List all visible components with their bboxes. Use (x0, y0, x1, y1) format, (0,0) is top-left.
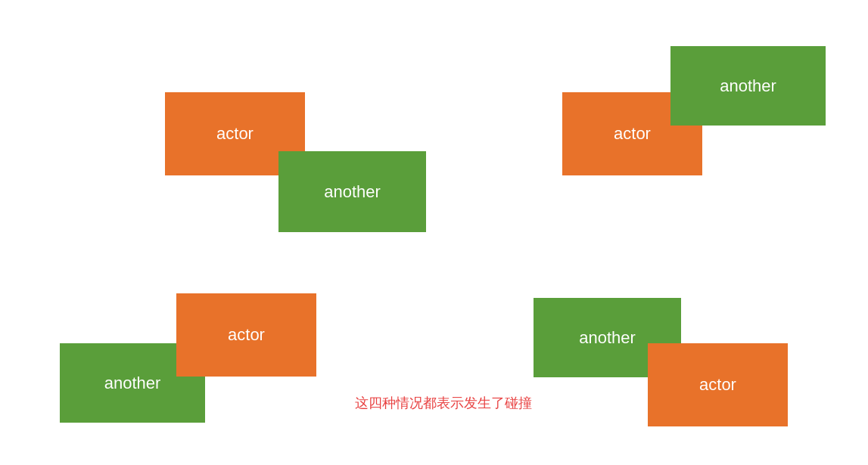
top-left-another-box: another (278, 151, 426, 232)
bottom-left-actor-label: actor (228, 325, 265, 345)
top-left-actor-label: actor (216, 124, 254, 144)
top-right-another-box: another (670, 46, 826, 126)
caption-label: 这四种情况都表示发生了碰撞 (355, 395, 532, 411)
bottom-left-another-label: another (104, 374, 161, 393)
caption-text: 这四种情况都表示发生了碰撞 (355, 394, 532, 412)
bottom-right-another-label: another (579, 328, 636, 348)
top-left-another-label: another (324, 182, 381, 202)
top-right-another-label: another (720, 76, 776, 96)
bottom-right-actor-box: actor (648, 343, 788, 426)
bottom-right-actor-label: actor (699, 375, 736, 395)
top-right-actor-label: actor (614, 124, 651, 144)
bottom-left-actor-box: actor (176, 293, 316, 377)
